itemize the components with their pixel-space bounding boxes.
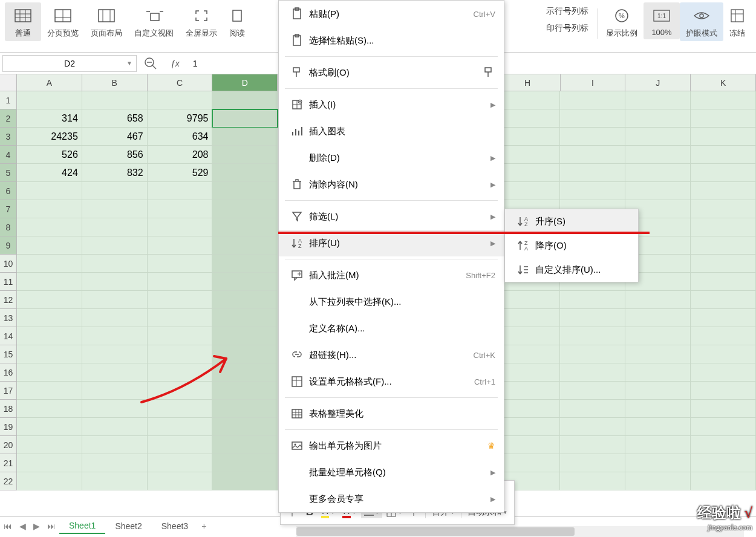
cell[interactable] — [17, 255, 82, 273]
cell[interactable]: 634 — [148, 128, 213, 146]
cell[interactable] — [560, 91, 625, 109]
tab-nav-first[interactable]: ⏮ — [0, 521, 16, 531]
cell[interactable] — [82, 273, 148, 291]
cell[interactable] — [560, 146, 625, 164]
cell[interactable]: 467 — [82, 128, 148, 146]
menu-item[interactable]: 筛选(L)▶ — [279, 203, 504, 230]
cell[interactable] — [212, 255, 278, 273]
cell[interactable] — [691, 454, 756, 472]
cell[interactable] — [625, 418, 691, 436]
cell[interactable] — [148, 182, 213, 200]
zoom-100[interactable]: 1:1 100% — [644, 2, 680, 39]
cell[interactable] — [82, 236, 148, 255]
cell[interactable] — [560, 309, 625, 327]
cell[interactable] — [625, 327, 691, 345]
zoom-ratio[interactable]: % 显示比例 — [600, 2, 644, 41]
cell[interactable] — [148, 400, 213, 418]
cell[interactable] — [148, 200, 213, 218]
menu-item[interactable]: 超链接(H)...Ctrl+K — [279, 342, 504, 368]
cell[interactable] — [560, 345, 625, 363]
cell[interactable] — [495, 454, 561, 472]
cell[interactable] — [17, 91, 82, 109]
view-fullscreen[interactable]: 全屏显示 — [180, 2, 223, 41]
cell[interactable] — [82, 400, 148, 418]
name-box[interactable]: D2 ▼ — [2, 55, 137, 72]
cell[interactable] — [82, 91, 148, 109]
cell[interactable] — [495, 382, 561, 400]
submenu-item[interactable]: ZA降序(O) — [505, 233, 638, 258]
submenu-item[interactable]: 自定义排序(U)... — [505, 258, 638, 282]
cell[interactable] — [17, 363, 82, 382]
cell[interactable]: 529 — [148, 164, 213, 182]
cell[interactable] — [560, 363, 625, 382]
cell[interactable] — [560, 472, 625, 490]
cell[interactable]: 24235 — [17, 128, 82, 146]
horizontal-scrollbar[interactable] — [296, 526, 744, 537]
view-read[interactable]: 阅读 — [223, 2, 251, 41]
cell[interactable] — [560, 418, 625, 436]
view-custom[interactable]: 自定义视图 — [128, 2, 180, 41]
cell[interactable] — [691, 345, 756, 363]
cell[interactable] — [625, 182, 691, 200]
cell[interactable] — [560, 291, 625, 309]
cell[interactable] — [625, 109, 691, 128]
cell[interactable] — [212, 236, 278, 255]
cell[interactable] — [212, 309, 278, 327]
cell[interactable] — [82, 454, 148, 472]
row-header[interactable]: 16 — [0, 363, 17, 382]
cell[interactable] — [82, 182, 148, 200]
cell[interactable] — [148, 436, 213, 454]
menu-item[interactable]: 表格整理美化 — [279, 400, 504, 427]
cell[interactable] — [17, 218, 82, 236]
view-page-preview[interactable]: 分页预览 — [41, 2, 85, 41]
row-header[interactable]: 22 — [0, 472, 17, 490]
cell[interactable] — [691, 218, 756, 236]
cell[interactable] — [560, 182, 625, 200]
row-header[interactable]: 1 — [0, 91, 17, 109]
cell[interactable] — [212, 472, 278, 490]
sheet-tab-1[interactable]: Sheet1 — [59, 518, 105, 534]
cell[interactable] — [691, 182, 756, 200]
menu-item[interactable]: 插入(I)▶ — [279, 91, 504, 118]
cell[interactable] — [495, 146, 561, 164]
cell[interactable] — [495, 91, 561, 109]
cell[interactable] — [17, 200, 82, 218]
cell[interactable] — [148, 345, 213, 363]
col-header-k[interactable]: K — [691, 74, 756, 91]
row-header[interactable]: 6 — [0, 182, 17, 200]
cell[interactable] — [82, 255, 148, 273]
cell[interactable] — [495, 327, 561, 345]
cell[interactable] — [691, 109, 756, 128]
cell[interactable]: 314 — [17, 109, 82, 128]
cell[interactable] — [495, 400, 561, 418]
cell[interactable] — [148, 327, 213, 345]
cell[interactable] — [17, 309, 82, 327]
cell[interactable]: 424 — [17, 164, 82, 182]
cell[interactable] — [560, 164, 625, 182]
cell[interactable] — [212, 146, 278, 164]
col-header-j[interactable]: J — [625, 74, 691, 91]
menu-item[interactable]: 从下拉列表中选择(K)... — [279, 288, 504, 315]
tab-nav-last[interactable]: ⏭ — [44, 521, 59, 531]
cell[interactable] — [148, 454, 213, 472]
cell[interactable] — [691, 472, 756, 490]
cell[interactable] — [691, 363, 756, 382]
cell[interactable] — [495, 109, 561, 128]
row-header[interactable]: 14 — [0, 327, 17, 345]
cell[interactable] — [148, 382, 213, 400]
cell[interactable] — [148, 363, 213, 382]
cell[interactable] — [17, 273, 82, 291]
cell[interactable] — [212, 109, 278, 128]
row-header[interactable]: 7 — [0, 200, 17, 218]
cell[interactable] — [212, 91, 278, 109]
cell[interactable] — [560, 109, 625, 128]
sheet-tab-3[interactable]: Sheet3 — [152, 519, 198, 533]
cell[interactable] — [17, 182, 82, 200]
cell[interactable] — [691, 382, 756, 400]
cell[interactable] — [212, 218, 278, 236]
cell[interactable] — [691, 255, 756, 273]
cell[interactable] — [560, 382, 625, 400]
cell[interactable] — [625, 400, 691, 418]
cell[interactable] — [625, 454, 691, 472]
cell[interactable] — [17, 345, 82, 363]
